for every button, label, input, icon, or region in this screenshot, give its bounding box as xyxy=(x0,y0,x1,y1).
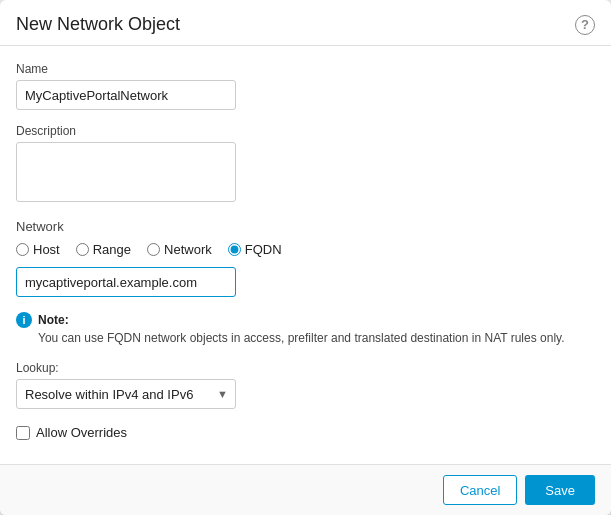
radio-network[interactable]: Network xyxy=(147,242,212,257)
network-label: Network xyxy=(16,219,595,234)
name-field-group: Name xyxy=(16,62,595,110)
dialog-footer: Cancel Save xyxy=(0,464,611,515)
lookup-select-wrapper: Resolve within IPv4 and IPv6 Resolve wit… xyxy=(16,379,236,409)
fqdn-input[interactable] xyxy=(16,267,236,297)
note-title: Note: xyxy=(38,313,69,327)
description-label: Description xyxy=(16,124,595,138)
description-field-group: Description xyxy=(16,124,595,205)
network-field-group: Network Host Range Network FQDN xyxy=(16,219,595,297)
radio-range[interactable]: Range xyxy=(76,242,131,257)
radio-network-input[interactable] xyxy=(147,243,160,256)
lookup-label: Lookup: xyxy=(16,361,595,375)
note-text: Note: You can use FQDN network objects i… xyxy=(38,311,565,347)
lookup-section: Lookup: Resolve within IPv4 and IPv6 Res… xyxy=(16,361,595,409)
allow-overrides-checkbox[interactable] xyxy=(16,426,30,440)
radio-range-label: Range xyxy=(93,242,131,257)
radio-host-label: Host xyxy=(33,242,60,257)
radio-fqdn-label: FQDN xyxy=(245,242,282,257)
lookup-select[interactable]: Resolve within IPv4 and IPv6 Resolve wit… xyxy=(16,379,236,409)
allow-overrides-group: Allow Overrides xyxy=(16,425,595,440)
allow-overrides-label: Allow Overrides xyxy=(36,425,127,440)
info-icon: i xyxy=(16,312,32,328)
network-radio-group: Host Range Network FQDN xyxy=(16,242,595,257)
radio-fqdn-input[interactable] xyxy=(228,243,241,256)
dialog-header: New Network Object ? xyxy=(0,0,611,46)
dialog-title: New Network Object xyxy=(16,14,180,35)
radio-fqdn[interactable]: FQDN xyxy=(228,242,282,257)
note-box: i Note: You can use FQDN network objects… xyxy=(16,311,595,347)
radio-range-input[interactable] xyxy=(76,243,89,256)
note-body: You can use FQDN network objects in acce… xyxy=(38,331,565,345)
name-label: Name xyxy=(16,62,595,76)
radio-host[interactable]: Host xyxy=(16,242,60,257)
radio-host-input[interactable] xyxy=(16,243,29,256)
description-input[interactable] xyxy=(16,142,236,202)
name-input[interactable] xyxy=(16,80,236,110)
dialog-body: Name Description Network Host Range xyxy=(0,46,611,464)
new-network-object-dialog: New Network Object ? Name Description Ne… xyxy=(0,0,611,515)
help-icon[interactable]: ? xyxy=(575,15,595,35)
radio-network-label: Network xyxy=(164,242,212,257)
save-button[interactable]: Save xyxy=(525,475,595,505)
cancel-button[interactable]: Cancel xyxy=(443,475,517,505)
